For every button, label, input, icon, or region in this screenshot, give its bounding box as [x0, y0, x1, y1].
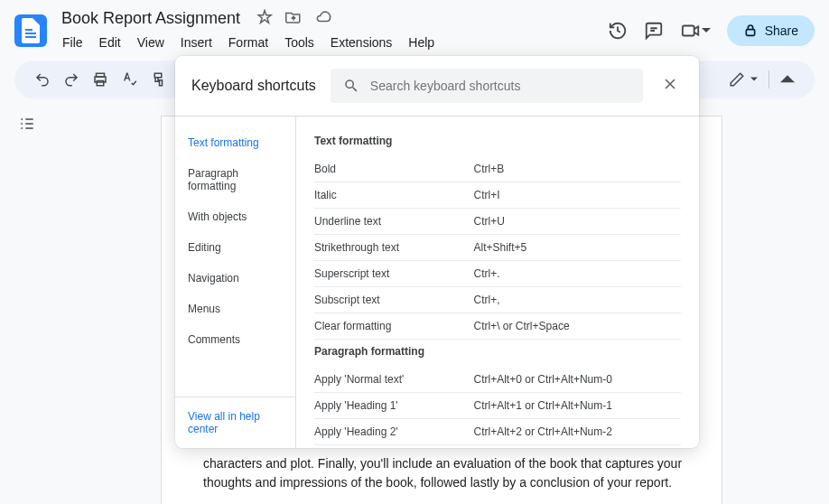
undo-icon[interactable] [29, 66, 56, 93]
shortcut-action: Apply 'Heading 1' [314, 399, 474, 412]
section-heading: Text formatting [314, 129, 681, 156]
shortcut-action: Italic [314, 189, 474, 201]
section-heading: Paragraph formatting [314, 340, 681, 367]
shortcut-row: Underline textCtrl+U [314, 209, 681, 235]
shortcut-keys: Ctrl+, [474, 294, 681, 306]
shortcut-action: Underline text [314, 215, 474, 228]
sidebar-item[interactable]: Navigation [175, 263, 295, 294]
document-title[interactable]: Book Report Assignment [56, 7, 246, 30]
menu-extensions[interactable]: Extensions [324, 32, 398, 53]
menu-file[interactable]: File [56, 32, 89, 53]
menu-format[interactable]: Format [222, 32, 275, 53]
share-label: Share [765, 23, 798, 38]
star-icon[interactable] [256, 9, 273, 29]
meet-icon[interactable] [680, 21, 711, 41]
sidebar-item[interactable]: Editing [175, 232, 295, 263]
cloud-icon[interactable] [314, 9, 332, 29]
shortcut-row: Apply 'Heading 1'Ctrl+Alt+1 or Ctrl+Alt+… [314, 393, 681, 419]
view-all-link[interactable]: View all in help center [175, 397, 295, 448]
shortcut-keys: Ctrl+. [474, 267, 681, 280]
redo-icon[interactable] [58, 66, 85, 93]
shortcut-action: Apply 'Normal text' [314, 373, 474, 386]
sidebar-item[interactable]: With objects [175, 201, 295, 232]
menu-edit[interactable]: Edit [93, 32, 127, 53]
shortcut-action: Superscript text [314, 267, 474, 280]
shortcut-row: Subscript textCtrl+, [314, 287, 681, 313]
shortcut-keys: Ctrl+I [474, 189, 681, 201]
sidebar-item[interactable]: Text formatting [175, 127, 295, 158]
shortcut-keys: Ctrl+B [474, 163, 681, 175]
shortcut-action: Apply 'Heading 2' [314, 425, 474, 438]
menu-insert[interactable]: Insert [174, 32, 219, 53]
shortcut-keys: Ctrl+\ or Ctrl+Space [474, 320, 681, 332]
shortcut-keys: Ctrl+Alt+0 or Ctrl+Alt+Num-0 [474, 373, 681, 386]
shortcut-row: Apply 'Heading 2'Ctrl+Alt+2 or Ctrl+Alt+… [314, 419, 681, 445]
share-button[interactable]: Share [727, 15, 815, 46]
shortcut-action: Subscript text [314, 294, 474, 306]
sidebar-item[interactable]: Menus [175, 294, 295, 324]
svg-rect-0 [682, 25, 694, 35]
history-icon[interactable] [608, 21, 628, 41]
shortcut-row: Clear formattingCtrl+\ or Ctrl+Space [314, 313, 681, 340]
collapse-icon[interactable] [775, 67, 800, 92]
shortcut-row: Strikethrough textAlt+Shift+5 [314, 235, 681, 261]
menu-help[interactable]: Help [402, 32, 441, 53]
move-icon[interactable] [285, 9, 302, 29]
menu-view[interactable]: View [131, 32, 171, 53]
paint-format-icon[interactable] [144, 66, 172, 93]
comment-icon[interactable] [644, 21, 664, 41]
sidebar-item[interactable]: Comments [175, 324, 295, 355]
search-input[interactable] [370, 79, 630, 93]
sidebar-item[interactable]: Paragraph formatting [175, 158, 295, 201]
spellcheck-icon[interactable] [116, 66, 143, 93]
menubar: File Edit View Insert Format Tools Exten… [56, 32, 608, 53]
shortcut-row: Superscript textCtrl+. [314, 261, 681, 287]
outline-icon[interactable] [18, 115, 36, 504]
shortcut-action: Strikethrough text [314, 241, 474, 254]
shortcut-row: ItalicCtrl+I [314, 182, 681, 209]
print-icon[interactable] [87, 66, 114, 93]
dialog-title: Keyboard shortcuts [191, 78, 316, 94]
page-text: characters and plot. Finally, you'll inc… [203, 454, 703, 493]
shortcut-row: BoldCtrl+B [314, 156, 681, 182]
edit-mode-icon[interactable] [723, 66, 763, 93]
shortcut-row: Apply 'Normal text'Ctrl+Alt+0 or Ctrl+Al… [314, 367, 681, 393]
svg-rect-1 [746, 29, 754, 35]
search-icon [343, 78, 359, 94]
shortcut-keys: Ctrl+U [474, 215, 681, 228]
app-header: Book Report Assignment File Edit View In… [0, 0, 829, 53]
dialog-content[interactable]: Text formattingBoldCtrl+BItalicCtrl+IUnd… [296, 117, 699, 448]
shortcut-keys: Alt+Shift+5 [474, 241, 681, 254]
shortcut-keys: Ctrl+Alt+1 or Ctrl+Alt+Num-1 [474, 399, 681, 412]
shortcut-keys: Ctrl+Alt+2 or Ctrl+Alt+Num-2 [474, 425, 681, 438]
keyboard-shortcuts-dialog: Keyboard shortcuts Text formattingParagr… [175, 56, 699, 448]
docs-logo-icon[interactable] [14, 14, 47, 47]
search-box[interactable] [331, 69, 643, 103]
dialog-sidebar: Text formattingParagraph formattingWith … [175, 117, 296, 448]
menu-tools[interactable]: Tools [278, 32, 321, 53]
close-icon[interactable] [657, 71, 683, 100]
shortcut-action: Clear formatting [314, 320, 474, 332]
shortcut-action: Bold [314, 163, 474, 175]
shortcut-row: Apply 'Heading 3'Ctrl+Alt+3 or Ctrl+Alt+… [314, 445, 681, 448]
